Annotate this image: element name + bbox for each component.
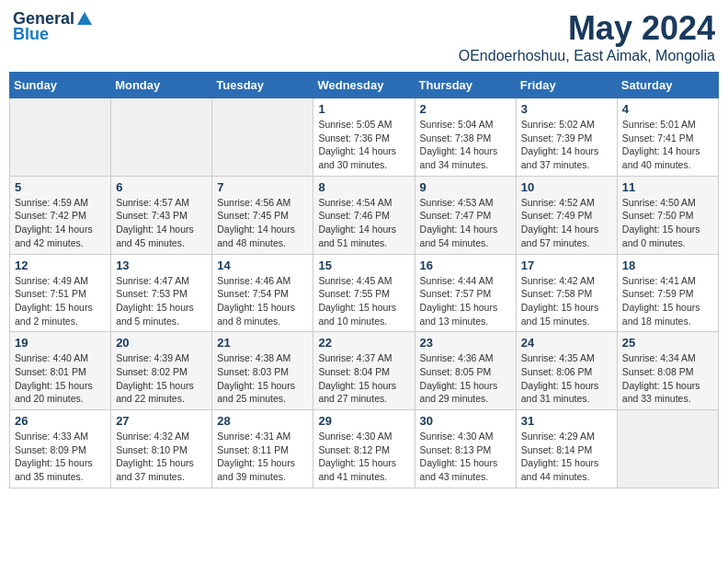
day-number: 15 — [318, 259, 409, 272]
day-number: 5 — [15, 180, 106, 194]
day-number: 1 — [318, 102, 409, 116]
day-info: Sunrise: 4:40 AM Sunset: 8:01 PM Dayligh… — [15, 351, 106, 406]
header-cell-sunday: Sunday — [10, 73, 111, 98]
day-cell: 4Sunrise: 5:01 AM Sunset: 7:41 PM Daylig… — [617, 98, 718, 177]
day-info: Sunrise: 4:54 AM Sunset: 7:46 PM Dayligh… — [318, 196, 409, 250]
day-info: Sunrise: 5:02 AM Sunset: 7:39 PM Dayligh… — [521, 118, 612, 172]
calendar-header: SundayMondayTuesdayWednesdayThursdayFrid… — [10, 73, 719, 98]
day-info: Sunrise: 4:39 AM Sunset: 8:02 PM Dayligh… — [116, 351, 207, 406]
day-info: Sunrise: 4:49 AM Sunset: 7:51 PM Dayligh… — [15, 274, 106, 328]
day-number: 21 — [217, 336, 308, 350]
day-number: 11 — [622, 180, 713, 194]
day-cell — [212, 98, 313, 177]
header-cell-friday: Friday — [516, 73, 617, 98]
day-number: 3 — [521, 102, 612, 116]
day-number: 16 — [420, 259, 511, 272]
day-number: 12 — [15, 259, 106, 272]
week-row-4: 19Sunrise: 4:40 AM Sunset: 8:01 PM Dayli… — [10, 332, 719, 410]
day-number: 6 — [116, 180, 207, 194]
day-cell: 23Sunrise: 4:36 AM Sunset: 8:05 PM Dayli… — [415, 332, 516, 410]
day-cell — [617, 410, 718, 488]
day-info: Sunrise: 4:56 AM Sunset: 7:45 PM Dayligh… — [217, 196, 308, 250]
day-info: Sunrise: 4:38 AM Sunset: 8:03 PM Dayligh… — [217, 351, 308, 406]
day-cell: 27Sunrise: 4:32 AM Sunset: 8:10 PM Dayli… — [111, 410, 212, 488]
day-cell: 20Sunrise: 4:39 AM Sunset: 8:02 PM Dayli… — [111, 332, 212, 410]
day-info: Sunrise: 4:29 AM Sunset: 8:14 PM Dayligh… — [521, 430, 612, 484]
day-info: Sunrise: 4:57 AM Sunset: 7:43 PM Dayligh… — [116, 196, 207, 250]
day-info: Sunrise: 4:59 AM Sunset: 7:42 PM Dayligh… — [15, 196, 106, 250]
day-info: Sunrise: 4:45 AM Sunset: 7:55 PM Dayligh… — [318, 274, 409, 328]
day-cell: 2Sunrise: 5:04 AM Sunset: 7:38 PM Daylig… — [415, 98, 516, 177]
title-block: May 2024 OEndoerhoshuu, East Aimak, Mong… — [459, 9, 715, 64]
week-row-3: 12Sunrise: 4:49 AM Sunset: 7:51 PM Dayli… — [10, 254, 719, 332]
day-info: Sunrise: 4:33 AM Sunset: 8:09 PM Dayligh… — [15, 430, 106, 484]
day-cell: 24Sunrise: 4:35 AM Sunset: 8:06 PM Dayli… — [516, 332, 617, 410]
day-info: Sunrise: 5:05 AM Sunset: 7:36 PM Dayligh… — [318, 118, 409, 172]
day-cell: 7Sunrise: 4:56 AM Sunset: 7:45 PM Daylig… — [212, 176, 313, 254]
day-number: 14 — [217, 259, 308, 272]
day-cell: 17Sunrise: 4:42 AM Sunset: 7:58 PM Dayli… — [516, 254, 617, 332]
day-cell: 13Sunrise: 4:47 AM Sunset: 7:53 PM Dayli… — [111, 254, 212, 332]
day-number: 25 — [622, 336, 713, 350]
logo-blue: Blue — [13, 25, 49, 44]
day-cell: 30Sunrise: 4:30 AM Sunset: 8:13 PM Dayli… — [415, 410, 516, 488]
day-number: 26 — [15, 414, 106, 428]
day-cell: 18Sunrise: 4:41 AM Sunset: 7:59 PM Dayli… — [617, 254, 718, 332]
page-header: General Blue May 2024 OEndoerhoshuu, Eas… — [9, 9, 719, 64]
day-cell — [10, 98, 111, 177]
day-number: 24 — [521, 336, 612, 350]
day-info: Sunrise: 4:47 AM Sunset: 7:53 PM Dayligh… — [116, 274, 207, 328]
day-number: 9 — [420, 180, 511, 194]
day-cell: 29Sunrise: 4:30 AM Sunset: 8:12 PM Dayli… — [313, 410, 415, 488]
day-number: 2 — [420, 102, 511, 116]
day-cell: 16Sunrise: 4:44 AM Sunset: 7:57 PM Dayli… — [415, 254, 516, 332]
day-number: 19 — [15, 336, 106, 350]
day-info: Sunrise: 4:52 AM Sunset: 7:49 PM Dayligh… — [521, 196, 612, 250]
week-row-1: 1Sunrise: 5:05 AM Sunset: 7:36 PM Daylig… — [10, 98, 719, 177]
day-cell: 5Sunrise: 4:59 AM Sunset: 7:42 PM Daylig… — [10, 176, 111, 254]
day-number: 20 — [116, 336, 207, 350]
day-cell: 9Sunrise: 4:53 AM Sunset: 7:47 PM Daylig… — [415, 176, 516, 254]
day-info: Sunrise: 5:04 AM Sunset: 7:38 PM Dayligh… — [420, 118, 511, 172]
day-cell: 26Sunrise: 4:33 AM Sunset: 8:09 PM Dayli… — [10, 410, 111, 488]
day-info: Sunrise: 4:32 AM Sunset: 8:10 PM Dayligh… — [116, 430, 207, 484]
day-info: Sunrise: 4:41 AM Sunset: 7:59 PM Dayligh… — [622, 274, 713, 328]
day-info: Sunrise: 4:34 AM Sunset: 8:08 PM Dayligh… — [622, 351, 713, 406]
day-number: 10 — [521, 180, 612, 194]
day-cell: 31Sunrise: 4:29 AM Sunset: 8:14 PM Dayli… — [516, 410, 617, 488]
calendar-table: SundayMondayTuesdayWednesdayThursdayFrid… — [9, 72, 719, 488]
day-cell: 12Sunrise: 4:49 AM Sunset: 7:51 PM Dayli… — [10, 254, 111, 332]
day-cell: 15Sunrise: 4:45 AM Sunset: 7:55 PM Dayli… — [313, 254, 415, 332]
month-title: May 2024 — [459, 9, 715, 48]
subtitle: OEndoerhoshuu, East Aimak, Mongolia — [459, 48, 715, 64]
day-info: Sunrise: 4:44 AM Sunset: 7:57 PM Dayligh… — [420, 274, 511, 328]
day-cell: 11Sunrise: 4:50 AM Sunset: 7:50 PM Dayli… — [617, 176, 718, 254]
header-cell-monday: Monday — [111, 73, 212, 98]
day-number: 29 — [318, 414, 409, 428]
day-info: Sunrise: 4:46 AM Sunset: 7:54 PM Dayligh… — [217, 274, 308, 328]
logo: General Blue — [13, 9, 92, 44]
day-info: Sunrise: 4:31 AM Sunset: 8:11 PM Dayligh… — [217, 430, 308, 484]
day-info: Sunrise: 4:50 AM Sunset: 7:50 PM Dayligh… — [622, 196, 713, 250]
day-info: Sunrise: 5:01 AM Sunset: 7:41 PM Dayligh… — [622, 118, 713, 172]
day-info: Sunrise: 4:30 AM Sunset: 8:13 PM Dayligh… — [420, 430, 511, 484]
day-number: 23 — [420, 336, 511, 350]
day-info: Sunrise: 4:53 AM Sunset: 7:47 PM Dayligh… — [420, 196, 511, 250]
day-number: 17 — [521, 259, 612, 272]
day-number: 8 — [318, 180, 409, 194]
header-cell-saturday: Saturday — [617, 73, 718, 98]
day-cell: 22Sunrise: 4:37 AM Sunset: 8:04 PM Dayli… — [313, 332, 415, 410]
day-cell: 28Sunrise: 4:31 AM Sunset: 8:11 PM Dayli… — [212, 410, 313, 488]
header-cell-thursday: Thursday — [415, 73, 516, 98]
day-number: 13 — [116, 259, 207, 272]
day-info: Sunrise: 4:35 AM Sunset: 8:06 PM Dayligh… — [521, 351, 612, 406]
day-number: 18 — [622, 259, 713, 272]
header-row: SundayMondayTuesdayWednesdayThursdayFrid… — [10, 73, 719, 98]
calendar-body: 1Sunrise: 5:05 AM Sunset: 7:36 PM Daylig… — [10, 98, 719, 488]
day-number: 28 — [217, 414, 308, 428]
day-info: Sunrise: 4:42 AM Sunset: 7:58 PM Dayligh… — [521, 274, 612, 328]
day-cell: 14Sunrise: 4:46 AM Sunset: 7:54 PM Dayli… — [212, 254, 313, 332]
day-info: Sunrise: 4:36 AM Sunset: 8:05 PM Dayligh… — [420, 351, 511, 406]
day-cell: 25Sunrise: 4:34 AM Sunset: 8:08 PM Dayli… — [617, 332, 718, 410]
day-number: 31 — [521, 414, 612, 428]
